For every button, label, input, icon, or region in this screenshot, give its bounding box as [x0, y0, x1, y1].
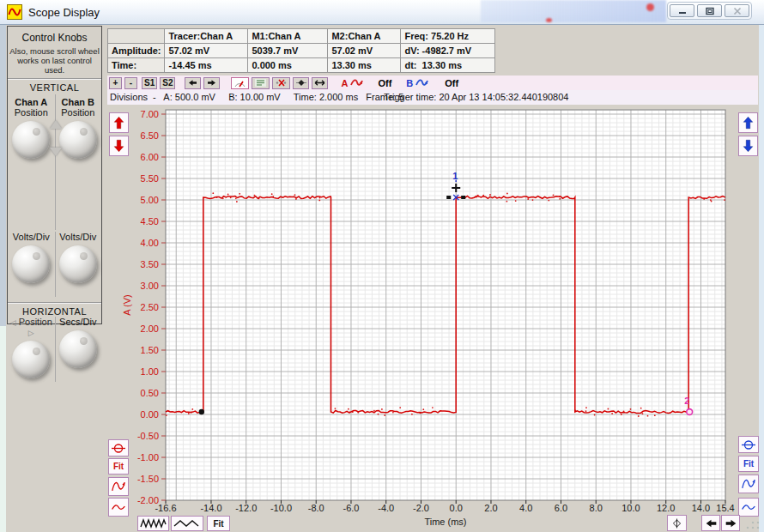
- axis-tick-label: -2.0: [413, 503, 429, 513]
- pan-left-button[interactable]: [185, 77, 201, 89]
- chan-a-scroll-down-button[interactable]: [109, 136, 129, 156]
- snapshot-1-button[interactable]: S1: [142, 77, 157, 89]
- increment-down-icon[interactable]: [50, 148, 62, 156]
- axis-tick-label: 2.00: [141, 323, 159, 334]
- scope-wave-icon: [8, 5, 21, 19]
- chan-a-center-button[interactable]: [108, 439, 129, 456]
- table-cell: -14.45 ms: [165, 58, 248, 73]
- small-sine-icon: [111, 501, 126, 513]
- close-icon: [732, 7, 743, 15]
- axis-tick-label: 4.0: [519, 503, 532, 513]
- chan-a-wave-icon[interactable]: [350, 78, 363, 88]
- resize-grip[interactable]: [745, 519, 761, 529]
- chan-b-label: Chan B: [55, 97, 102, 107]
- arrow-up-icon: [742, 115, 755, 130]
- column-divider: [55, 317, 56, 382]
- table-header-cell: Freq: 75.20 Hz: [401, 29, 495, 44]
- chan-b-scroll-up-button[interactable]: [738, 112, 758, 133]
- panel-title: Control Knobs: [8, 32, 101, 44]
- table-cell: dt: 13.30 ms: [401, 58, 495, 73]
- chan-b-position-knob[interactable]: [59, 121, 97, 159]
- table-cell: Amplitude:: [108, 44, 165, 58]
- axis-tick-label: 6.00: [141, 152, 159, 162]
- arrow-down-icon: [112, 138, 125, 154]
- chan-b-scroll-down-button[interactable]: [738, 136, 758, 156]
- chan-b-fit-button[interactable]: Fit: [738, 456, 759, 472]
- chan-a-trigger-state[interactable]: Off: [378, 78, 391, 88]
- maximize-button[interactable]: [697, 4, 722, 17]
- axis-tick-label: 5.50: [141, 173, 159, 184]
- cursor-1-label[interactable]: 1: [452, 171, 458, 181]
- chan-a-position-label: Position: [8, 107, 55, 118]
- secsdiv-knob[interactable]: [59, 330, 97, 368]
- center-time-button[interactable]: [667, 515, 687, 531]
- gauge-icon: [233, 79, 246, 88]
- table-cell: 0.000 ms: [248, 58, 328, 73]
- table-header-cell: Tracer:Chan A: [165, 29, 248, 44]
- background-window-left-strip: [0, 24, 6, 326]
- minimize-button[interactable]: [670, 4, 694, 17]
- panel-note: Also, mouse scroll wheel works on last c…: [8, 46, 101, 75]
- chan-b-wave-icon[interactable]: [415, 78, 428, 88]
- time-fit-button[interactable]: Fit: [207, 516, 230, 531]
- chan-a-scroll-up-button[interactable]: [109, 112, 129, 133]
- chan-b-expand-button[interactable]: [738, 475, 759, 493]
- center-trace-icon: [741, 439, 756, 450]
- increment-up-icon[interactable]: [50, 120, 62, 129]
- point-marker-button[interactable]: [293, 77, 309, 89]
- axis-tick-label: 6.0: [555, 503, 567, 513]
- axis-tick-label: 15.4: [716, 503, 734, 513]
- cursor-2-label[interactable]: 2: [684, 396, 689, 406]
- point-marker-icon: [296, 79, 306, 87]
- gauge-button[interactable]: [231, 77, 249, 89]
- window-title: Scope Display: [28, 6, 100, 19]
- axis-tick-label: -8.0: [308, 503, 324, 513]
- title-bar: Scope Display: [0, 0, 764, 25]
- table-cell: 57.02 mV: [328, 44, 401, 58]
- zoom-out-button[interactable]: -: [124, 77, 137, 89]
- chan-b-shrink-button[interactable]: [738, 498, 759, 517]
- axis-tick-label: 7.00: [141, 109, 159, 119]
- clear-trace-button[interactable]: [272, 77, 290, 89]
- dense-wave-icon: [140, 518, 167, 529]
- column-divider: [55, 94, 56, 230]
- tracer-dot[interactable]: [199, 409, 204, 414]
- time-expand-button[interactable]: [171, 516, 203, 531]
- snapshot-2-button[interactable]: S2: [160, 77, 175, 89]
- chan-a-shrink-button[interactable]: [108, 498, 129, 517]
- chan-b-trigger-state[interactable]: Off: [445, 78, 458, 88]
- axis-tick-label: -1.00: [137, 452, 159, 462]
- maximize-icon: [705, 7, 715, 15]
- chan-b-trigger-label: B: [406, 78, 413, 88]
- close-button[interactable]: [725, 4, 749, 17]
- table-cell: 13.30 ms: [328, 58, 401, 73]
- axis-tick-label: -1.50: [137, 474, 159, 484]
- h-arrows-icon: [314, 79, 325, 87]
- zoom-in-button[interactable]: +: [109, 77, 122, 89]
- chan-a-expand-button[interactable]: [108, 477, 129, 496]
- chan-a-position-knob[interactable]: [12, 121, 50, 159]
- chan-b-voltsdiv-knob[interactable]: [59, 245, 97, 283]
- h-expand-button[interactable]: [312, 77, 328, 89]
- time-compress-button[interactable]: [137, 516, 169, 531]
- small-sine-icon: [741, 501, 756, 513]
- vertical-section-header: VERTICAL: [8, 82, 101, 93]
- chan-a-trigger-label: A: [341, 78, 348, 88]
- h-position-knob[interactable]: [12, 341, 50, 378]
- chan-a-voltsdiv-knob[interactable]: [12, 245, 50, 283]
- divider: [8, 302, 101, 304]
- arrow-right-icon: [725, 518, 737, 529]
- chan-b-voltsdiv-label: Volts/Div: [55, 232, 102, 242]
- chan-b-center-button[interactable]: [738, 436, 759, 453]
- wide-wave-icon: [173, 518, 201, 529]
- cursor-2-dot[interactable]: [687, 409, 693, 415]
- pan-right-button[interactable]: [203, 77, 220, 89]
- scroll-time-right-button[interactable]: [721, 515, 740, 531]
- axis-tick-label: -0.50: [137, 431, 159, 441]
- chan-a-fit-button[interactable]: Fit: [108, 458, 129, 475]
- secsdiv-label: Secs/Div: [55, 317, 102, 327]
- axis-tick-label: 1.00: [141, 366, 159, 377]
- scroll-time-left-button[interactable]: [701, 515, 720, 531]
- axis-tick-label: 2.50: [141, 302, 159, 312]
- trace-options-button[interactable]: [252, 77, 270, 89]
